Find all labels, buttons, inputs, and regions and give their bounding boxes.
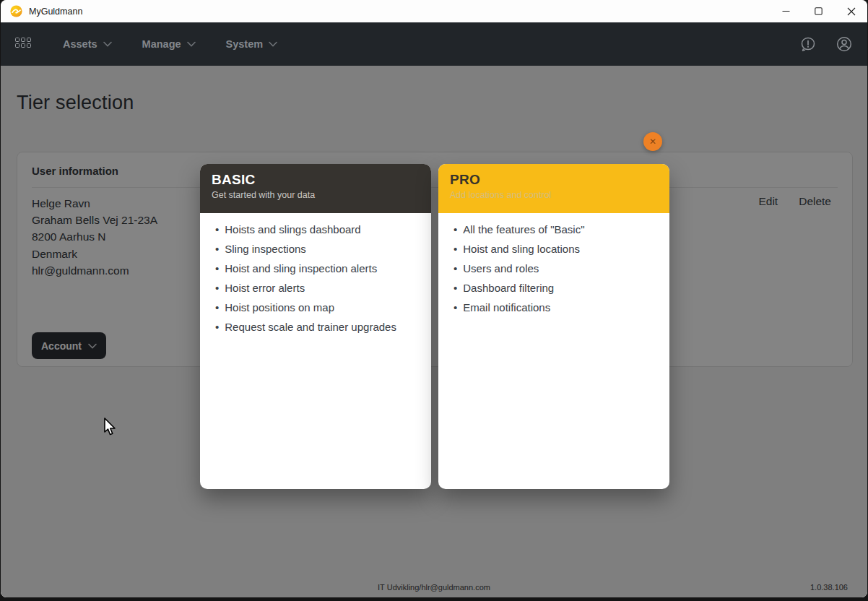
tier-selection-modal: ✕ BASIC Get started with your data Hoist… — [1, 0, 867, 597]
tier-feature-list: Hoists and slings dashboard Sling inspec… — [200, 213, 431, 340]
tier-tagline: Add locations and control — [450, 190, 658, 200]
feature-item: Hoist and sling inspection alerts — [215, 262, 421, 282]
tier-name: PRO — [450, 172, 658, 188]
close-modal-button[interactable]: ✕ — [643, 132, 662, 151]
feature-item: Hoist and sling locations — [453, 243, 659, 262]
feature-item: Sling inspections — [215, 243, 421, 262]
feature-item: Request scale and trainer upgrades — [215, 321, 421, 340]
app-window: MyGuldmann Assets Manage System — [1, 0, 867, 597]
tier-card-header: PRO Add locations and control — [438, 164, 669, 213]
feature-item: Hoist error alerts — [215, 282, 421, 301]
feature-item: Hoists and slings dashboard — [215, 223, 421, 243]
tier-name: BASIC — [212, 172, 420, 188]
feature-item: Hoist positions on map — [215, 301, 421, 321]
tier-tagline: Get started with your data — [212, 190, 420, 200]
tier-card-basic[interactable]: BASIC Get started with your data Hoists … — [200, 164, 431, 489]
tier-card-pro[interactable]: PRO Add locations and control All the fe… — [438, 164, 669, 489]
tier-card-header: BASIC Get started with your data — [200, 164, 431, 213]
feature-item: Dashboard filtering — [453, 282, 659, 301]
feature-item: Email notifications — [453, 301, 659, 321]
feature-item: All the features of "Basic" — [453, 223, 659, 243]
feature-item: Users and roles — [453, 262, 659, 282]
tier-feature-list: All the features of "Basic" Hoist and sl… — [438, 213, 669, 321]
